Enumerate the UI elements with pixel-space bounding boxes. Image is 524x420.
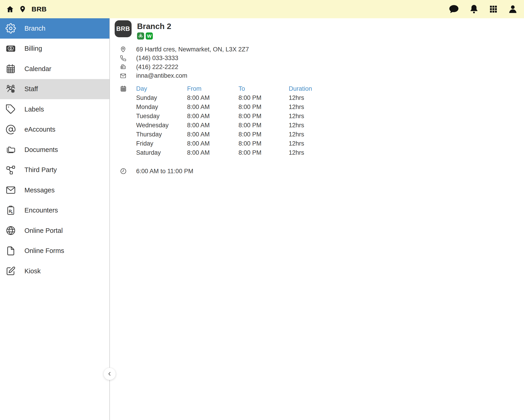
schedule-body: Sunday8:00 AM8:00 PM12hrsMonday8:00 AM8:… bbox=[136, 93, 328, 157]
sidebar-item-label: Documents bbox=[25, 146, 58, 153]
sidebar-item-staff[interactable]: Staff bbox=[0, 79, 109, 99]
topbar-right bbox=[449, 4, 518, 14]
sidebar-collapse-button[interactable] bbox=[104, 368, 116, 380]
gear-icon bbox=[6, 23, 16, 34]
location-pin-icon[interactable] bbox=[19, 5, 26, 13]
schedule-cell-duration: 12hrs bbox=[289, 94, 328, 101]
schedule-table: Day From To Duration Sunday8:00 AM8:00 P… bbox=[136, 84, 328, 157]
sidebar-item-label: Messages bbox=[25, 187, 55, 194]
schedule-cell-to: 8:00 PM bbox=[238, 122, 289, 129]
calendar-icon bbox=[6, 63, 16, 74]
schedule-cell-from: 8:00 AM bbox=[187, 94, 238, 101]
schedule-row: Sunday8:00 AM8:00 PM12hrs bbox=[136, 93, 328, 102]
edit-square-icon bbox=[6, 266, 16, 276]
schedule-cell-to: 8:00 PM bbox=[238, 140, 289, 147]
schedule-cell-day: Monday bbox=[136, 104, 187, 111]
schedule-cell-day: Thursday bbox=[136, 131, 187, 138]
schedule-cell-day: Wednesday bbox=[136, 122, 187, 129]
globe-icon bbox=[6, 225, 16, 236]
schedule-cell-to: 8:00 PM bbox=[238, 94, 289, 101]
branch-code-label: BRB bbox=[32, 5, 47, 13]
weekly-schedule: Day From To Duration Sunday8:00 AM8:00 P… bbox=[120, 84, 328, 157]
ontario-trillium-badge bbox=[137, 32, 144, 40]
phone-icon bbox=[120, 55, 126, 62]
chevron-left-icon bbox=[106, 371, 113, 377]
app-grid-icon[interactable] bbox=[489, 5, 498, 14]
location-pin-outline-icon bbox=[120, 46, 126, 53]
sidebar-item-label: Kiosk bbox=[25, 267, 41, 275]
schedule-cell-from: 8:00 AM bbox=[187, 140, 238, 147]
schedule-cell-duration: 12hrs bbox=[289, 131, 328, 138]
fax-value: (416) 222-2222 bbox=[136, 63, 178, 71]
schedule-header-duration: Duration bbox=[289, 85, 328, 92]
sidebar-item-online-portal[interactable]: Online Portal bbox=[0, 221, 109, 241]
branch-avatar: BRB bbox=[115, 20, 131, 37]
schedule-cell-duration: 12hrs bbox=[289, 140, 328, 147]
chat-icon[interactable] bbox=[449, 4, 459, 14]
schedule-cell-day: Saturday bbox=[136, 149, 187, 156]
sidebar-item-kiosk[interactable]: Kiosk bbox=[0, 261, 109, 281]
sidebar-item-label: Online Forms bbox=[25, 247, 64, 255]
schedule-header-to: To bbox=[238, 85, 289, 92]
sidebar-item-label: Calendar bbox=[25, 65, 51, 73]
schedule-cell-duration: 12hrs bbox=[289, 104, 328, 111]
sidebar-item-label: Staff bbox=[25, 85, 38, 93]
sidebar-item-eaccounts[interactable]: eAccounts bbox=[0, 119, 109, 140]
schedule-cell-from: 8:00 AM bbox=[187, 104, 238, 111]
schedule-row: Tuesday8:00 AM8:00 PM12hrs bbox=[136, 112, 328, 121]
contact-info: 69 Hartfd cres, Newmarket, ON, L3X 2Z7 (… bbox=[120, 45, 249, 80]
branch-badges: W bbox=[137, 32, 171, 40]
file-icon bbox=[6, 246, 16, 256]
sidebar-item-encounters[interactable]: Encounters bbox=[0, 200, 109, 221]
email-row: inna@antibex.com bbox=[120, 71, 249, 80]
topbar: BRB bbox=[0, 0, 524, 18]
account-icon[interactable] bbox=[508, 4, 518, 14]
schedule-cell-from: 8:00 AM bbox=[187, 149, 238, 156]
schedule-row: Monday8:00 AM8:00 PM12hrs bbox=[136, 102, 328, 112]
sidebar-item-branch[interactable]: Branch bbox=[0, 18, 109, 39]
schedule-header-from: From bbox=[187, 85, 238, 92]
notifications-bell-icon[interactable] bbox=[469, 4, 479, 14]
schedule-cell-from: 8:00 AM bbox=[187, 113, 238, 120]
schedule-cell-duration: 12hrs bbox=[289, 113, 328, 120]
main-content: BRB Branch 2 W 69 Hartfd cres, Newmarket… bbox=[110, 18, 524, 420]
clock-icon bbox=[120, 168, 127, 175]
sidebar-item-labels[interactable]: Labels bbox=[0, 99, 109, 119]
sidebar-item-messages[interactable]: Messages bbox=[0, 180, 109, 200]
schedule-header-row: Day From To Duration bbox=[136, 84, 328, 93]
sidebar-item-calendar[interactable]: Calendar bbox=[0, 59, 109, 79]
envelope-icon bbox=[6, 185, 16, 195]
page-title: Branch 2 bbox=[137, 22, 171, 30]
sidebar-item-documents[interactable]: Documents bbox=[0, 140, 109, 160]
home-icon[interactable] bbox=[6, 5, 14, 13]
tag-icon bbox=[6, 104, 16, 115]
schedule-cell-to: 8:00 PM bbox=[238, 104, 289, 111]
schedule-cell-to: 8:00 PM bbox=[238, 113, 289, 120]
schedule-cell-from: 8:00 AM bbox=[187, 131, 238, 138]
schedule-cell-duration: 12hrs bbox=[289, 122, 328, 129]
operating-hours-row: 6:00 AM to 11:00 PM bbox=[120, 167, 193, 176]
schedule-row: Saturday8:00 AM8:00 PM12hrs bbox=[136, 148, 328, 157]
w-letter-badge: W bbox=[146, 32, 153, 40]
calendar-icon bbox=[120, 85, 127, 92]
sidebar-item-online-forms[interactable]: Online Forms bbox=[0, 241, 109, 261]
fax-icon bbox=[120, 64, 126, 70]
operating-hours-value: 6:00 AM to 11:00 PM bbox=[136, 168, 193, 175]
schedule-cell-day: Friday bbox=[136, 140, 187, 147]
address-value: 69 Hartfd cres, Newmarket, ON, L3X 2Z7 bbox=[136, 46, 249, 53]
schedule-cell-day: Tuesday bbox=[136, 113, 187, 120]
email-value: inna@antibex.com bbox=[136, 72, 187, 79]
phone-value: (146) 033-3333 bbox=[136, 55, 178, 62]
sidebar-item-label: eAccounts bbox=[25, 126, 55, 133]
staff-group-icon bbox=[6, 84, 16, 94]
folders-icon bbox=[6, 144, 16, 155]
sidebar-item-label: Labels bbox=[25, 106, 44, 113]
fax-row: (416) 222-2222 bbox=[120, 63, 249, 71]
schedule-header-day: Day bbox=[136, 85, 187, 92]
address-row: 69 Hartfd cres, Newmarket, ON, L3X 2Z7 bbox=[120, 45, 249, 54]
at-sign-icon bbox=[6, 124, 16, 135]
sidebar-item-billing[interactable]: Billing bbox=[0, 39, 109, 59]
sidebar-item-third-party[interactable]: Third Party bbox=[0, 160, 109, 180]
schedule-cell-to: 8:00 PM bbox=[238, 131, 289, 138]
schedule-cell-duration: 12hrs bbox=[289, 149, 328, 156]
